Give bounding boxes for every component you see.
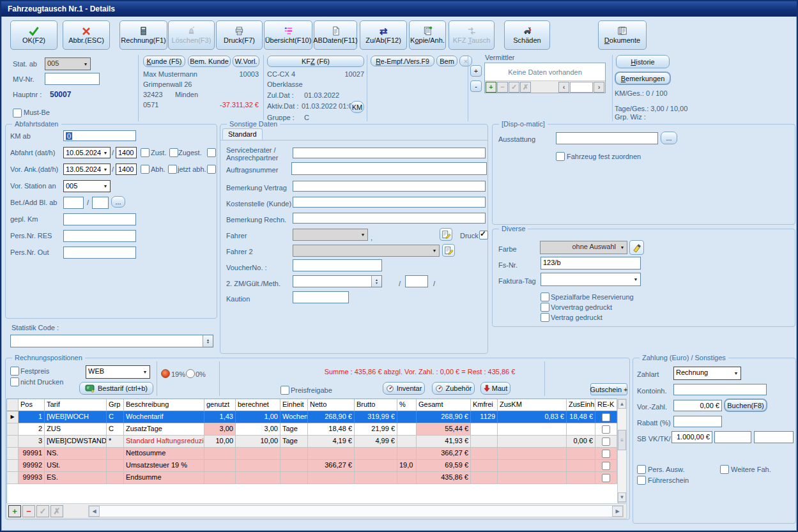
scroll-right-icon[interactable]: ▶: [612, 506, 623, 517]
pers-out-input[interactable]: [63, 247, 136, 259]
zugest-checkbox[interactable]: [207, 148, 216, 157]
vorzahl-input[interactable]: 0,00 €: [673, 400, 722, 411]
spinner-buttons[interactable]: ▲▼: [371, 276, 381, 287]
spezialfarbe-checkbox[interactable]: [541, 293, 549, 301]
km-button[interactable]: KM: [350, 101, 364, 113]
column-header--[interactable]: %: [397, 399, 417, 411]
nicht-drucken-checkbox[interactable]: [10, 377, 19, 386]
bemerkungen-button[interactable]: Bemerkungen: [615, 72, 671, 85]
gutschein-button[interactable]: Gutschein +: [590, 383, 627, 395]
column-header-genutzt[interactable]: genutzt: [204, 399, 236, 411]
re-empf-button[interactable]: Re-Empf./Vers.F9: [371, 56, 434, 66]
sb-vk-input[interactable]: 1.000,00 €: [671, 431, 712, 443]
abfahrt-date-select[interactable]: 10.05.2024▼: [63, 147, 111, 158]
bem-kunde-button[interactable]: Bem. Kunde: [188, 56, 231, 67]
bet-browse-button[interactable]: ...: [111, 196, 125, 208]
zust-checkbox[interactable]: [169, 148, 178, 157]
invoice-table[interactable]: PosTarifGrpBeschreibunggenutztberechnetE…: [6, 399, 618, 504]
table-row[interactable]: 99991NS.Nettosumme366,27 €: [7, 448, 618, 460]
bet-input[interactable]: [63, 197, 84, 209]
re-k-checkbox[interactable]: [602, 462, 610, 470]
re-k-checkbox[interactable]: [602, 474, 610, 482]
serviceberater-input[interactable]: [293, 148, 486, 158]
inventar-button[interactable]: Inventar: [383, 382, 425, 395]
ausstattung-input[interactable]: [556, 132, 658, 144]
vorank-flag-checkbox[interactable]: [141, 165, 150, 174]
scroll-down-icon[interactable]: ▼: [618, 492, 626, 502]
fahrer-select[interactable]: ▼: [293, 229, 368, 241]
column-header-zuseinh[interactable]: ZusEinh: [567, 399, 595, 411]
fsnr-input[interactable]: 123/b: [541, 257, 641, 270]
auftragsnummer-input[interactable]: [291, 162, 487, 175]
spinner-buttons[interactable]: ▲▼: [203, 335, 213, 347]
table-vscrollbar[interactable]: ▲ ≡ ▼: [617, 399, 627, 503]
grid-next-button[interactable]: ›: [594, 82, 604, 93]
vor-ank-time-input[interactable]: 1400: [116, 163, 137, 175]
column-header-brutto[interactable]: Brutto: [355, 399, 397, 411]
fahrer2-select[interactable]: ▼: [293, 245, 440, 257]
statistik-combo[interactable]: ▲▼: [10, 335, 213, 347]
vor-ank-date-select[interactable]: 13.05.2024▼: [63, 163, 111, 175]
column-header-grp[interactable]: Grp: [107, 399, 124, 411]
tab-standard[interactable]: Standard: [222, 128, 263, 140]
maut-button[interactable]: Maut: [480, 382, 510, 395]
station-select[interactable]: 005 ▼: [45, 57, 91, 70]
kostenstelle-input[interactable]: [293, 197, 486, 208]
overview-button[interactable]: Übersicht(F10): [264, 20, 312, 50]
pers-res-input[interactable]: [63, 230, 136, 242]
pers-ausw-checkbox[interactable]: [637, 465, 646, 474]
re-k-checkbox[interactable]: [602, 425, 610, 434]
ausstattung-browse-button[interactable]: ...: [661, 132, 677, 144]
fuehrerschein-checkbox[interactable]: [637, 476, 646, 485]
column-header-einheit[interactable]: Einheit: [280, 399, 308, 411]
copy-attach-button[interactable]: Kopie/Anh.: [409, 20, 446, 50]
fahrzeug-fest-checkbox[interactable]: [556, 152, 565, 161]
jetzt-abh-checkbox[interactable]: [207, 165, 216, 174]
farbe-select[interactable]: ohne Auswahl ▼: [540, 241, 627, 254]
ok-button[interactable]: OK(F2): [10, 20, 58, 50]
mv-input[interactable]: [45, 73, 100, 85]
weitere-fah-checkbox[interactable]: [720, 465, 729, 474]
besttarif-button[interactable]: Besttarif (ctrl+b): [79, 382, 153, 395]
druck-checkbox[interactable]: [479, 231, 488, 239]
vscroll-thumb[interactable]: ≡: [618, 430, 626, 450]
tarif-select[interactable]: WEB ▼: [86, 365, 150, 379]
re-k-checkbox[interactable]: [602, 437, 610, 446]
km-ab-input[interactable]: 0: [63, 130, 136, 141]
gepl-km-input[interactable]: [63, 213, 136, 225]
column-header-re-k[interactable]: RE-K: [595, 399, 617, 411]
kfz-button[interactable]: KFZ (F6): [267, 56, 364, 67]
grid-page-box[interactable]: [570, 82, 593, 93]
damages-button[interactable]: Schäden: [504, 20, 550, 50]
column-header-tarif[interactable]: Tarif: [45, 399, 107, 411]
table-row[interactable]: ▶1[WEB]WOCHCWochentarif1,431,00Wochen268…: [7, 411, 618, 423]
bem-vertrag-input[interactable]: [293, 181, 486, 192]
voucher-input[interactable]: [293, 259, 382, 271]
sb-tk-input[interactable]: [714, 431, 751, 443]
re-k-checkbox[interactable]: [602, 413, 610, 422]
row-add-button[interactable]: +: [8, 505, 21, 517]
fahrer-edit-button[interactable]: [440, 228, 452, 241]
table-hscrollbar[interactable]: ◀ ▶: [88, 505, 624, 517]
buchen-button[interactable]: Buchen(F8): [724, 399, 767, 412]
zubehoer-button[interactable]: Zubehör: [432, 382, 475, 395]
column-header-kmfrei[interactable]: Kmfrei: [471, 399, 498, 411]
column-header-gesamt[interactable]: Gesamt: [417, 399, 471, 411]
bem-rechn-input[interactable]: [293, 213, 486, 224]
grid-prev-button[interactable]: ‹: [558, 82, 569, 93]
bem-button[interactable]: Bem: [436, 56, 457, 66]
vermittler-remove-button[interactable]: -: [470, 80, 482, 92]
vat0-radio[interactable]: [186, 369, 195, 378]
abfahrt-time-input[interactable]: 1400: [116, 147, 137, 158]
preisfreigabe-checkbox[interactable]: [280, 386, 289, 395]
column-header-zuskm[interactable]: ZusKM: [498, 399, 567, 411]
farbe-clear-button[interactable]: [629, 240, 644, 255]
table-row[interactable]: 3[WEB]CDWSTAND.*Standard Haftungsreduzie…: [7, 436, 618, 448]
sb-extra-input[interactable]: [754, 431, 794, 443]
row-delete-button[interactable]: −: [22, 505, 35, 517]
column-header-berechnet[interactable]: berechnet: [236, 399, 280, 411]
abfahrt-flag-checkbox[interactable]: [141, 148, 150, 157]
zm-gueltig-input[interactable]: [405, 275, 428, 287]
zuab-button[interactable]: ⇄ Zu/Ab(F12): [360, 20, 407, 50]
zm-combo[interactable]: ▲▼: [293, 275, 382, 287]
